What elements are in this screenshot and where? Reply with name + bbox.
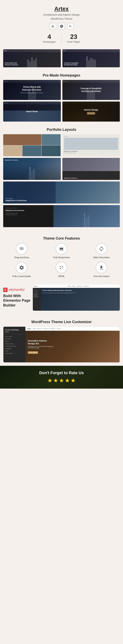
- feature-drag-drop-label: Drag-and-Drop: [14, 256, 29, 258]
- portfolio-card-1[interactable]: [3, 134, 61, 156]
- customizer-sidebar: You are customizing Artex Active theme S…: [3, 327, 25, 362]
- app-subtitle: Architecture and Interior Design WordPre…: [4, 13, 119, 21]
- homepage-card-4[interactable]: Artex Interior Design Read More: [62, 102, 120, 122]
- elementor-wordmark: elementor: [9, 288, 25, 292]
- customizer-nav-links: HOME ABOUT US PORTFOLIO SERVICES CONTACT: [33, 328, 61, 329]
- elementor-logo: E elementor: [3, 288, 30, 292]
- portfolio-grid: Portfolio Magnificent Architecture Lorem…: [0, 134, 123, 182]
- preview-thumbs-row: Artex Perfect Blend withExtensive Select…: [0, 49, 123, 70]
- feature-customizable: Fully Customizable: [3, 262, 40, 278]
- refresh-icon: ↻: [67, 23, 74, 30]
- premade-homepages-title: Pre-Made Homepages: [0, 73, 123, 78]
- homepage-card-1-label: Perfect Blend with Extensive Selection. …: [21, 86, 43, 94]
- customizer-title: WordPress Theme Live Customizer: [3, 320, 120, 324]
- app-title: Artex: [4, 6, 119, 12]
- svg-rect-2: [60, 268, 61, 269]
- portfolio-card-2[interactable]: Portfolio Magnificent Architecture Lorem…: [62, 134, 120, 156]
- homepage-card-3-label: Sweet Home: [26, 110, 38, 113]
- grid-icon: ⊞: [50, 23, 56, 30]
- feature-wpml: WPML: [43, 262, 80, 278]
- elementor-preview-title: Perfect Blend with Extensive Selection.: [42, 290, 118, 292]
- features-grid: Drag-and-Drop Fully Responsive Slider Re…: [3, 243, 120, 278]
- rating-text: Don't Forget to Rate Us: [4, 370, 119, 375]
- stars-row: ★ ★ ★ ★ ★: [4, 377, 119, 384]
- stat-innerpages: 23 Inner Pages: [62, 33, 86, 43]
- elementor-preview: Artex HOME ABOUT PORTFOLIO SERVICES Elem…: [33, 285, 120, 311]
- star-3: ★: [59, 377, 64, 384]
- customizer-preview: You are customizing Artex Active theme S…: [3, 326, 120, 362]
- preview-thumb-2[interactable]: Artex Concept of thoughtfulArchitectural…: [62, 49, 120, 67]
- oneclick-icon: [96, 262, 107, 274]
- homepages-grid: Artex Perfect Blend with Extensive Selec…: [0, 80, 123, 125]
- elementor-preview-content: Perfect Blend with Extensive Selection. …: [41, 288, 120, 311]
- feature-oneclick: One-click Import: [83, 262, 120, 278]
- elementor-left: E elementor Build WithElementor PageBuil…: [3, 288, 30, 308]
- stat-homepages: 4 Homepages: [37, 33, 61, 43]
- feature-customizable-label: Fully Customizable: [12, 275, 31, 278]
- portfolio-layouts-title: Portfolio Layouts: [0, 128, 123, 132]
- homepage-card-3[interactable]: Artex Sweet Home: [3, 102, 61, 122]
- svg-rect-0: [60, 266, 61, 267]
- feature-slider: Slider Revolution: [83, 243, 120, 258]
- elementor-e-icon: E: [3, 288, 7, 292]
- star-2: ★: [53, 377, 58, 384]
- portfolio-wide-cards: Architecture Magnificent Architecture Ar…: [0, 182, 123, 230]
- customizer-main: Artex HOME ABOUT US PORTFOLIO SERVICES C…: [25, 327, 120, 362]
- premade-homepages-section: Pre-Made Homepages Artex Perfect Blend w…: [0, 73, 123, 125]
- rating-section: Don't Forget to Rate Us ★ ★ ★ ★ ★: [0, 366, 123, 388]
- wpml-icon: [56, 262, 67, 274]
- feature-drag-drop: Drag-and-Drop: [3, 243, 40, 258]
- customizer-section: WordPress Theme Live Customizer You are …: [0, 314, 123, 366]
- customizer-subheadline: Bringing Luxury & Architecture Designing…: [28, 346, 117, 348]
- feature-oneclick-label: One-click Import: [93, 275, 109, 278]
- portfolio-layouts-section: Portfolio Layouts Portfolio Magnificent …: [0, 128, 123, 230]
- portfolio-card-4[interactable]: MegaBrant Architecture: [62, 158, 120, 180]
- preview-thumb-1-text: Perfect Blend withExtensive Selection.: [5, 62, 18, 66]
- portfolio-wide-card-2[interactable]: Architecture Portfolio Magnificent Archi…: [3, 205, 120, 227]
- preview-thumb-1[interactable]: Artex Perfect Blend withExtensive Select…: [3, 49, 61, 67]
- customizable-icon: [16, 262, 27, 274]
- portfolio-card-3[interactable]: MegaBrant Architecture: [3, 158, 61, 180]
- homepage-card-2[interactable]: Artex Concept of thoughtful Architectura…: [62, 80, 120, 100]
- features-section: Theme Core Features Drag-and-Drop Fully …: [0, 230, 123, 282]
- elementor-sidebar: Elements: [33, 288, 41, 311]
- feature-responsive: Fully Responsive: [43, 243, 80, 258]
- features-title: Theme Core Features: [3, 236, 120, 240]
- elementor-preview-subtitle: We Are Sustainable And Unique Platform M…: [42, 292, 118, 294]
- feature-responsive-label: Fully Responsive: [53, 256, 70, 258]
- feature-wpml-label: WPML: [58, 275, 65, 278]
- homepage-card-2-label: Concept of thoughtful Architectural Deta…: [81, 87, 101, 93]
- customizer-content: Innovative InteriorDesign Art. Bringing …: [25, 331, 120, 362]
- responsive-icon: [56, 243, 67, 254]
- feature-icons-row: ⊞ ↻: [4, 23, 119, 30]
- homepage-card-1[interactable]: Artex Perfect Blend with Extensive Selec…: [3, 80, 61, 100]
- preview-thumb-2-text: Concept of thoughtfulArchitectural Detai…: [64, 62, 79, 66]
- customizer-nav: Artex HOME ABOUT US PORTFOLIO SERVICES C…: [25, 327, 120, 331]
- customizer-headline: Innovative InteriorDesign Art.: [28, 339, 117, 345]
- portfolio-wide-card-1[interactable]: Architecture Magnificent Architecture: [3, 182, 120, 204]
- svg-rect-1: [62, 266, 63, 267]
- elementor-section: E elementor Build WithElementor PageBuil…: [0, 282, 123, 314]
- star-5: ★: [71, 377, 76, 384]
- stats-row: 4 Homepages 23 Inner Pages: [4, 33, 119, 43]
- slider-icon: [96, 243, 107, 254]
- elementor-preview-bar: Artex HOME ABOUT PORTFOLIO SERVICES: [33, 285, 120, 288]
- feature-slider-label: Slider Revolution: [93, 256, 110, 258]
- star-1: ★: [47, 377, 52, 384]
- page-header: Artex Architecture and Interior Design W…: [0, 0, 123, 49]
- drag-drop-icon: [16, 243, 27, 254]
- star-4: ★: [65, 377, 70, 384]
- wordpress-icon: [58, 23, 65, 30]
- homepage-card-4-label: Interior Design Read More: [84, 108, 98, 114]
- elementor-title: Build WithElementor PageBuilder: [3, 294, 30, 308]
